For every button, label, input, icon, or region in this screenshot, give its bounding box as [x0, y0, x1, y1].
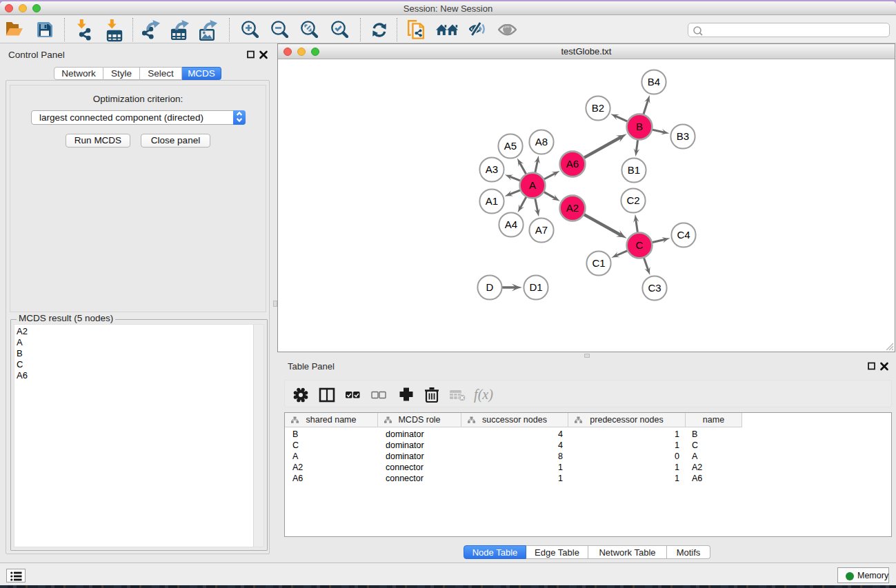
svg-text:A3: A3 — [486, 163, 498, 175]
svg-text:C3: C3 — [648, 282, 661, 294]
svg-text:D1: D1 — [529, 281, 542, 293]
svg-text:C4: C4 — [677, 229, 690, 241]
svg-text:B2: B2 — [592, 102, 604, 114]
svg-text:A7: A7 — [535, 224, 548, 236]
svg-text:f(x): f(x) — [474, 387, 493, 403]
svg-text:A1: A1 — [486, 195, 498, 207]
svg-text:B3: B3 — [677, 130, 689, 142]
svg-text:B: B — [636, 121, 643, 132]
svg-text:D: D — [486, 281, 494, 293]
svg-text:B4: B4 — [648, 76, 660, 88]
svg-text:A5: A5 — [504, 140, 517, 152]
svg-text:A: A — [529, 179, 536, 191]
svg-text:C1: C1 — [592, 257, 605, 269]
svg-text:C: C — [636, 239, 644, 251]
svg-text:A4: A4 — [505, 219, 517, 230]
svg-text:A6: A6 — [566, 158, 579, 170]
svg-text:A8: A8 — [535, 136, 548, 148]
svg-text:A2: A2 — [566, 202, 579, 214]
svg-text:B1: B1 — [628, 164, 640, 176]
svg-text:C2: C2 — [626, 194, 639, 206]
